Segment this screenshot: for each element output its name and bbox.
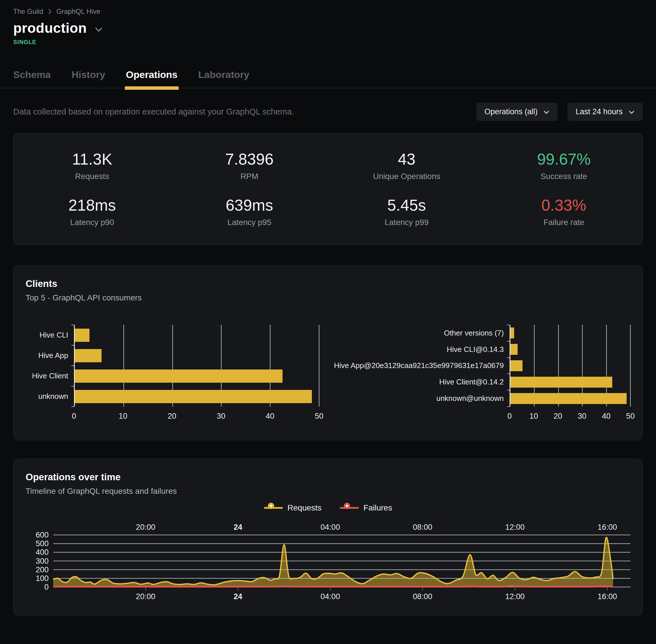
axis-tick-label: 08:00	[413, 523, 432, 532]
bar-category-label: Hive Client	[26, 366, 68, 386]
stat-label: RPM	[171, 172, 328, 181]
legend-item-requests[interactable]: Requests	[264, 503, 321, 513]
chevron-down-icon	[628, 107, 635, 116]
bar	[75, 329, 90, 342]
timeline-svg	[53, 534, 630, 591]
failures-line	[53, 586, 613, 587]
tab-laboratory[interactable]: Laboratory	[198, 69, 250, 88]
tab-schema[interactable]: Schema	[13, 69, 51, 88]
axis-tick-label: 600	[36, 531, 49, 539]
axis-tick	[507, 341, 510, 342]
bar-row	[75, 366, 319, 386]
legend-label: Requests	[287, 503, 321, 512]
axis-tick	[71, 325, 74, 325]
timeline-plot: 6005004003002001000	[53, 534, 630, 591]
bar	[510, 393, 627, 404]
bar-chart-plot-col: 01020304050	[510, 325, 630, 423]
operations-filter-dropdown[interactable]: Operations (all)	[476, 103, 558, 121]
axis-tick-label: 0	[507, 412, 512, 421]
bar-row	[510, 325, 630, 341]
stat-value: 639ms	[171, 196, 328, 214]
bar-chart: Hive CLIHive AppHive Clientunknown010203…	[26, 325, 319, 423]
stat-value: 99.67%	[485, 150, 643, 168]
time-range-dropdown[interactable]: Last 24 hours	[567, 103, 643, 121]
bar-plot-area	[74, 325, 319, 407]
bar-rows	[510, 325, 630, 407]
tab-operations[interactable]: Operations	[126, 69, 178, 88]
bar	[510, 327, 514, 338]
axis-tick-label: 20	[554, 412, 562, 421]
clients-panel-subtitle: Top 5 - GraphQL API consumers	[26, 293, 630, 302]
axis-tick-label: 20:00	[136, 523, 155, 532]
bar-row	[510, 341, 630, 358]
bar-category-label: Hive Client@0.14.2	[333, 374, 504, 390]
axis-tick-label: 100	[36, 574, 49, 583]
stat-label: Success rate	[485, 172, 643, 181]
axis-tick-label: 24	[234, 592, 242, 601]
stat-cell: 5.45sLatency p99	[328, 196, 485, 227]
bar-x-axis: 01020304050	[510, 412, 630, 423]
legend-marker-icon	[264, 503, 283, 513]
bar-row	[510, 374, 630, 390]
operations-panel-title: Operations over time	[26, 472, 630, 483]
chevron-down-icon	[543, 107, 549, 116]
axis-tick-label: 0	[44, 583, 49, 592]
requests-area	[53, 537, 613, 587]
bar	[510, 344, 518, 355]
axis-tick	[507, 325, 510, 325]
bar-category-label: Hive App@20e3129caa921c35e9979631e17a067…	[333, 358, 504, 374]
bar-row	[75, 345, 319, 366]
stat-cell: 218msLatency p90	[14, 196, 171, 227]
axis-tick	[71, 365, 74, 366]
stat-value: 0.33%	[485, 196, 643, 214]
stats-panel: 11.3KRequests7.8396RPM43Unique Operation…	[13, 133, 643, 245]
tab-history[interactable]: History	[71, 69, 105, 88]
axis-tick-label: 24	[234, 523, 242, 532]
bar-category-label: Hive App	[26, 345, 68, 366]
axis-tick-label: 08:00	[413, 592, 432, 601]
operations-panel: Operations over time Timeline of GraphQL…	[13, 459, 643, 616]
axis-tick-label: 12:00	[505, 523, 525, 532]
stat-value: 5.45s	[328, 196, 485, 214]
bar-chart-labels: Other versions (7)Hive CLI@0.14.3Hive Ap…	[333, 325, 510, 407]
bar	[75, 390, 312, 403]
axis-tick-label: 40	[602, 412, 611, 421]
timeline-bottom-axis: 20:002404:0008:0012:0016:00	[53, 591, 630, 604]
client-versions-bar-chart: Other versions (7)Hive CLI@0.14.3Hive Ap…	[333, 325, 630, 423]
target-switcher-chevron-down-icon[interactable]	[94, 27, 103, 32]
bar	[75, 369, 283, 383]
page-header: The Guild GraphQL Hive production SINGLE…	[0, 0, 656, 88]
axis-tick-label: 16:00	[598, 523, 617, 532]
axis-tick-label: 50	[626, 412, 635, 421]
legend-marker-icon	[340, 503, 359, 513]
breadcrumb-project-link[interactable]: GraphQL Hive	[56, 7, 100, 16]
bar-plot-area	[510, 325, 630, 407]
axis-tick	[71, 345, 74, 346]
axis-tick-label: 500	[36, 539, 49, 548]
timeline-top-axis: 20:002404:0008:0012:0016:00	[53, 522, 630, 534]
page-title: production	[13, 20, 87, 36]
bar-chart-labels: Hive CLIHive AppHive Clientunknown	[26, 325, 74, 407]
page-description: Data collected based on operation execut…	[13, 107, 294, 117]
axis-tick-label: 10	[119, 412, 127, 421]
stat-cell: 43Unique Operations	[328, 150, 485, 181]
bar	[75, 349, 101, 362]
stat-label: Failure rate	[485, 218, 643, 227]
stat-cell: 0.33%Failure rate	[485, 196, 643, 227]
bar-row	[510, 390, 630, 407]
legend-item-failures[interactable]: Failures	[340, 503, 392, 513]
axis-tick	[507, 406, 510, 407]
chevron-right-icon	[48, 8, 52, 15]
time-range-label: Last 24 hours	[576, 107, 623, 116]
breadcrumb-org-link[interactable]: The Guild	[13, 7, 43, 16]
axis-tick-label: 30	[217, 412, 225, 421]
axis-tick-label: 40	[266, 412, 275, 421]
bar-category-label: unknown	[26, 386, 68, 407]
stat-label: Latency p90	[14, 218, 171, 227]
stat-label: Latency p95	[171, 218, 328, 227]
axis-tick-label: 300	[36, 556, 49, 566]
axis-tick-label: 20	[168, 412, 177, 421]
tab-bar: SchemaHistoryOperationsLaboratory	[0, 69, 656, 88]
stat-cell: 639msLatency p95	[171, 196, 328, 227]
stat-label: Requests	[14, 172, 171, 181]
